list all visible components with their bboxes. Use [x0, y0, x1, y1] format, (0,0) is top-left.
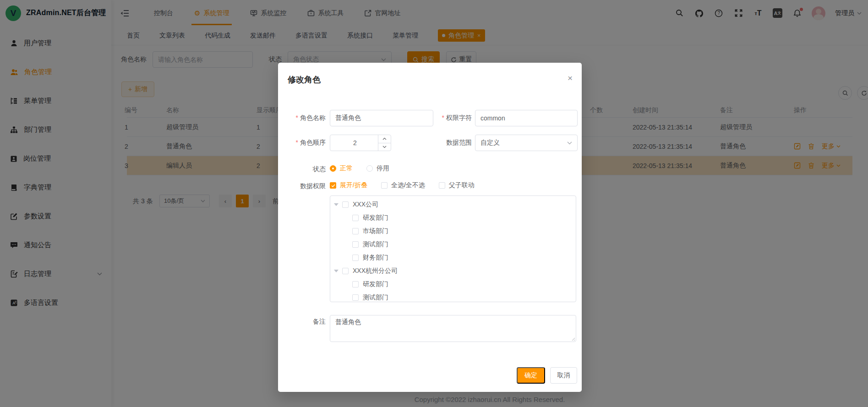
- tree-node-label: 研发部门: [363, 280, 388, 288]
- role-order-stepper[interactable]: [330, 135, 391, 151]
- checkbox-expand-collapse[interactable]: 展开/折叠: [330, 181, 367, 190]
- tree-node[interactable]: XXX公司: [330, 198, 576, 211]
- checkbox-box: [330, 182, 336, 189]
- checkbox-box[interactable]: [352, 281, 359, 288]
- tree-node-label: 测试部门: [363, 293, 388, 302]
- tree-node-label: 财务部门: [363, 254, 388, 262]
- dialog-role-key-field[interactable]: [480, 114, 572, 122]
- radio-label: 停用: [377, 164, 389, 173]
- checkbox-box[interactable]: [352, 241, 359, 248]
- tree-node[interactable]: 财务部门: [330, 251, 576, 264]
- radio-dot: [366, 165, 373, 172]
- app-root: V ZRAdmin.NET后台管理 用户管理 角色管理 菜单管理 部门管理: [0, 0, 868, 407]
- checkbox-label: 全选/全不选: [391, 181, 425, 190]
- radio-status-disabled[interactable]: 停用: [366, 164, 389, 173]
- required-asterisk: *: [296, 114, 298, 121]
- checkbox-box: [439, 182, 445, 189]
- confirm-button[interactable]: 确定: [517, 367, 545, 384]
- edit-role-dialog: 修改角色 × *角色名称 *权限字符 *角色顺序 数据范围 自定义 状态: [278, 63, 582, 392]
- status-radio-group: 正常 停用: [330, 164, 389, 173]
- resize-grip-icon[interactable]: [571, 336, 575, 341]
- tree-node-label: XXX杭州分公司: [353, 267, 398, 275]
- dialog-role-key-input[interactable]: [475, 110, 578, 126]
- remark-label: 备注: [278, 318, 326, 326]
- checkbox-box[interactable]: [352, 294, 359, 301]
- radio-status-normal[interactable]: 正常: [330, 164, 353, 173]
- remark-textarea-wrap: 普通角色: [330, 315, 576, 342]
- data-scope-label: 数据范围: [388, 139, 472, 147]
- checkbox-box[interactable]: [352, 228, 359, 234]
- chevron-down-icon: [567, 141, 572, 145]
- radio-label: 正常: [340, 164, 353, 173]
- permission-options: 展开/折叠 全选/全不选 父子联动: [330, 181, 475, 190]
- data-permission-label: 数据权限: [278, 182, 326, 190]
- role-name-label: *角色名称: [278, 114, 326, 122]
- tree-node[interactable]: 市场部门: [330, 224, 576, 238]
- close-icon[interactable]: ×: [568, 74, 573, 82]
- tree-node-label: 市场部门: [363, 227, 388, 235]
- dialog-title: 修改角色: [288, 74, 321, 85]
- tree-node[interactable]: 测试部门: [330, 238, 576, 251]
- tree-node-label: XXX公司: [353, 201, 378, 209]
- tree-node[interactable]: 研发部门: [330, 211, 576, 224]
- checkbox-box: [381, 182, 388, 189]
- tree-node[interactable]: XXX杭州分公司: [330, 264, 576, 277]
- checkbox-parent-child-link[interactable]: 父子联动: [439, 181, 475, 190]
- role-key-label: *权限字符: [388, 114, 472, 122]
- status-label: 状态: [278, 165, 326, 174]
- role-order-label: *角色顺序: [278, 139, 326, 147]
- tree-node-label: 研发部门: [363, 214, 388, 222]
- checkbox-label: 展开/折叠: [340, 181, 367, 190]
- tree-expand-icon[interactable]: [334, 270, 338, 272]
- remark-textarea[interactable]: 普通角色: [335, 318, 571, 339]
- checkbox-label: 父子联动: [449, 181, 475, 190]
- data-scope-select[interactable]: 自定义: [475, 135, 578, 151]
- checkbox-select-all[interactable]: 全选/全不选: [381, 181, 425, 190]
- checkbox-box[interactable]: [352, 215, 359, 221]
- radio-dot: [330, 165, 336, 172]
- tree-node[interactable]: 测试部门: [330, 291, 576, 302]
- required-asterisk: *: [296, 139, 298, 146]
- checkbox-box[interactable]: [342, 201, 349, 208]
- tree-node-label: 测试部门: [363, 240, 388, 249]
- checkbox-box[interactable]: [342, 268, 349, 274]
- required-asterisk: *: [442, 114, 444, 121]
- checkbox-box[interactable]: [352, 255, 359, 261]
- cancel-button[interactable]: 取消: [550, 367, 577, 384]
- tree-node[interactable]: 研发部门: [330, 277, 576, 291]
- tree-expand-icon[interactable]: [334, 203, 338, 206]
- data-scope-value: 自定义: [480, 139, 500, 147]
- department-tree: XXX公司 研发部门 市场部门 测试部门 财务部门 XXX杭州分公司: [330, 195, 576, 302]
